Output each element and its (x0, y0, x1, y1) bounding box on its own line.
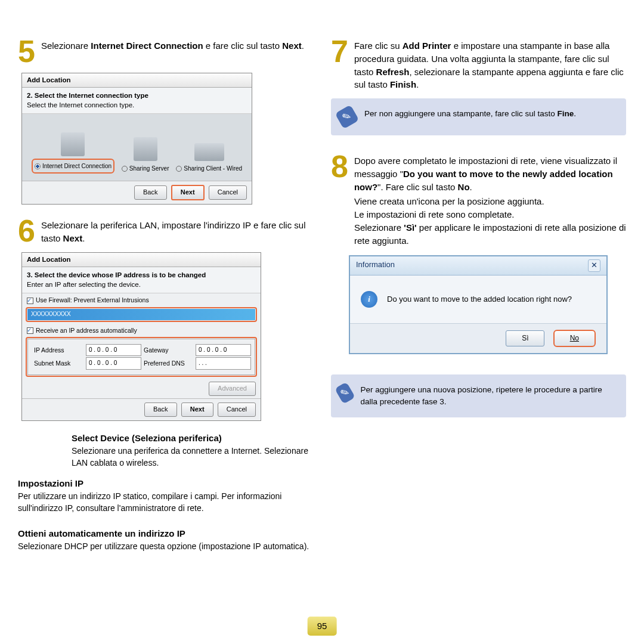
text: Selezionare (354, 222, 404, 233)
gateway-label: Gateway (141, 345, 196, 356)
cancel-button[interactable]: Cancel (218, 402, 256, 417)
information-dialog: Information ✕ i Do you want to move to t… (349, 255, 608, 354)
text: . (574, 109, 576, 118)
cancel-button[interactable]: Cancel (209, 185, 247, 200)
yes-button[interactable]: Sì (506, 330, 544, 346)
dialog-title: Add Location (22, 73, 252, 88)
subtitle-desc: Enter an IP after selecting the device. (27, 280, 256, 290)
callout-auto-ip-text: Selezionare DHCP per utilizzare questa o… (18, 540, 313, 552)
checkbox-icon[interactable] (27, 298, 33, 304)
dns-label: Preferred DNS (141, 358, 196, 369)
dialog-subtitle: 2. Select the Internet connection type S… (22, 88, 252, 114)
advanced-button[interactable]: Advanced (209, 382, 256, 396)
gateway-field[interactable]: 0 . 0 . 0 . 0 (196, 344, 251, 357)
note-text: Per non aggiungere una stampante, fare c… (364, 108, 576, 126)
dialog-title: Information (356, 259, 395, 272)
step-number-5: 5 (18, 36, 35, 67)
text: ". Fare clic sul tasto (377, 182, 458, 192)
server-icon (134, 137, 157, 161)
step-6-text: Selezionare la periferica LAN, impostare… (41, 215, 313, 246)
text-bold: Refresh (376, 67, 410, 77)
callout-select-device-title: Select Device (Seleziona periferica) (72, 432, 313, 445)
laptop-icon (194, 143, 224, 161)
back-button[interactable]: Back (134, 185, 166, 200)
text: . (470, 182, 472, 192)
connection-option-direct[interactable]: Internet Direct Connection (32, 132, 114, 174)
text: e fare clic sul tasto (203, 41, 283, 51)
dialog-subtitle: 3. Select the device whose IP address is… (22, 267, 261, 293)
dns-field[interactable]: . . . (196, 357, 251, 370)
subtitle-desc: Select the Internet connection type. (27, 100, 247, 110)
checkbox-icon[interactable] (27, 327, 33, 334)
step-7-text: Fare clic su Add Printer e impostare una… (354, 36, 626, 91)
connection-option-client[interactable]: Sharing Client - Wired (176, 143, 242, 174)
radio-icon (176, 166, 182, 172)
pencil-icon: ✎ (335, 382, 355, 405)
note-printer: ✎ Per non aggiungere una stampante, fare… (331, 98, 626, 135)
text-bold: Internet Direct Connection (91, 41, 203, 51)
radio-icon (122, 166, 128, 172)
connection-option-server[interactable]: Sharing Server (122, 137, 169, 174)
pencil-icon: ✎ (335, 105, 360, 129)
step-8: 8 Dopo avere completato le impostazioni … (331, 151, 626, 247)
back-button[interactable]: Back (144, 402, 177, 417)
subtitle-bold: 2. Select the Internet connection type (27, 91, 247, 101)
computer-icon (61, 132, 85, 156)
text: Viene creata un'icona per la posizione a… (354, 195, 626, 208)
info-message: Do you want to move to the added locatio… (387, 294, 572, 305)
firewall-label: Use Firewall: Prevent External Intrusion… (36, 296, 149, 304)
text-bold: Fine (557, 109, 574, 118)
text: Selezionare (41, 41, 91, 51)
subtitle-bold: 3. Select the device whose IP address is… (27, 270, 256, 280)
step-number-8: 8 (331, 151, 348, 247)
step-number-6: 6 (18, 215, 35, 246)
step-5: 5 Selezionare Internet Direct Connection… (18, 36, 313, 67)
option-label: Internet Direct Connection (42, 163, 112, 169)
dialog-body: Internet Direct Connection Sharing Serve… (22, 114, 252, 181)
text: . (416, 79, 419, 89)
text-bold: Finish (390, 79, 416, 89)
text: Le impostazioni di rete sono completate. (354, 208, 626, 221)
callout-select-device-text: Selezionare una periferica da connettere… (72, 445, 313, 469)
text: Per non aggiungere una stampante, fare c… (364, 109, 557, 118)
callout-ip-text: Per utilizzare un indirizzo IP statico, … (18, 490, 313, 515)
text-bold: Add Printer (402, 41, 451, 51)
subnet-field[interactable]: 0 . 0 . 0 . 0 (86, 357, 141, 370)
step-number-7: 7 (331, 36, 348, 91)
text-bold: Next (282, 41, 302, 51)
add-location-dialog-1: Add Location 2. Select the Internet conn… (21, 73, 252, 205)
close-icon[interactable]: ✕ (588, 259, 600, 272)
ip-label: IP Address (32, 345, 86, 356)
text-bold: 'Sì' (404, 222, 416, 233)
add-location-dialog-2: Add Location 3. Select the device whose … (21, 252, 261, 421)
text: . (82, 233, 85, 243)
text-bold: No (458, 182, 470, 192)
callout-ip-title: Impostazioni IP (18, 477, 313, 490)
next-button[interactable]: Next (171, 185, 205, 200)
next-button[interactable]: Next (181, 402, 213, 417)
text: Fare clic su (354, 41, 402, 51)
radio-icon (35, 163, 41, 169)
note-repeat: ✎ Per aggiungere una nuova posizione, ri… (331, 374, 626, 417)
step-7: 7 Fare clic su Add Printer e impostare u… (331, 36, 626, 91)
text-bold: Next (63, 233, 83, 243)
device-select[interactable]: XXXXXXXXXX (27, 309, 255, 320)
subnet-label: Subnet Mask (32, 358, 86, 369)
no-label: No (570, 334, 579, 342)
option-label: Sharing Server (129, 165, 169, 172)
page-number: 95 (308, 617, 337, 636)
ip-field[interactable]: 0 . 0 . 0 . 0 (86, 344, 141, 357)
step-8-text: Dopo avere completato le impostazioni di… (354, 151, 626, 247)
callout-auto-ip-title: Ottieni automaticamente un indirizzo IP (18, 527, 313, 540)
option-label: Sharing Client - Wired (184, 165, 242, 172)
note-text: Per aggiungere una nuova posizione, ripe… (360, 384, 618, 407)
step-6: 6 Selezionare la periferica LAN, imposta… (18, 215, 313, 246)
text: . (302, 41, 304, 51)
dialog-title: Add Location (22, 253, 261, 267)
info-icon: i (361, 291, 377, 308)
auto-ip-label: Receive an IP address automatically (36, 327, 137, 334)
step-5-text: Selezionare Internet Direct Connection e… (41, 36, 304, 67)
no-button[interactable]: No (553, 330, 596, 347)
